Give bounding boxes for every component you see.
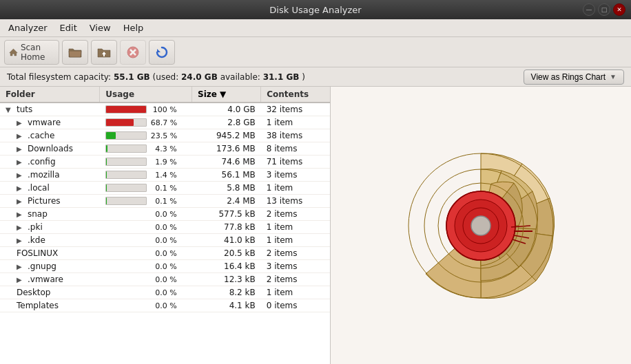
table-row[interactable]: ▶.pki0.0 %77.8 kB1 item [0,221,330,234]
usage-percent: 0.0 % [151,249,177,258]
usage-cell: 0.0 % [100,273,192,286]
folder-up-button[interactable] [91,40,117,65]
table-row[interactable]: ▶.local0.1 %5.8 MB1 item [0,182,330,195]
expand-arrow-icon[interactable]: ▶ [17,171,25,179]
table-row[interactable]: ▶vmware68.7 %2.8 GB1 item [0,116,330,129]
refresh-button[interactable] [149,40,175,65]
contents-cell: 2 items [261,273,330,286]
usage-cell: 68.7 % [100,116,192,129]
column-usage[interactable]: Usage [100,87,192,103]
usage-bar-fill [106,184,107,191]
used-label: (used: [153,72,179,82]
main-content: Folder Usage Size ▼ Contents ▼tuts100 %4… [0,87,631,364]
scan-home-button[interactable]: Scan Home [4,40,59,65]
size-cell: 8.2 kB [192,286,260,299]
expand-arrow-icon[interactable]: ▶ [17,184,25,192]
table-row[interactable]: ▶.cache23.5 %945.2 MB38 items [0,129,330,142]
window-title: Disk Usage Analyzer [269,5,361,15]
usage-bar-fill [106,106,146,113]
expand-arrow-icon[interactable]: ▼ [6,106,14,114]
folder-cell: Templates [0,299,100,312]
menu-help[interactable]: Help [118,21,149,34]
expand-arrow-icon[interactable]: ▶ [17,263,25,270]
table-row[interactable]: ▶.mozilla1.4 %56.1 MB3 items [0,169,330,182]
expand-arrow-icon[interactable]: ▶ [17,276,25,283]
menu-analyzer[interactable]: Analyzer [3,21,53,34]
usage-percent: 0.1 % [151,197,177,206]
size-cell: 4.1 kB [192,299,260,312]
usage-percent: 68.7 % [151,118,177,127]
minimize-button[interactable]: — [583,3,595,16]
folder-cell: ▶.gnupg [0,260,100,273]
table-row[interactable]: ▶.config1.9 %74.6 MB71 items [0,156,330,169]
folder-cell: ▶.local [0,182,100,195]
table-row[interactable]: Templates0.0 %4.1 kB0 items [0,299,330,312]
table-row[interactable]: FOSLINUX0.0 %20.5 kB2 items [0,247,330,260]
expand-arrow-icon[interactable]: ▶ [17,224,25,231]
folder-cell: ▶Downloads [0,142,100,156]
expand-arrow-icon[interactable]: ▶ [17,237,25,244]
table-row[interactable]: Desktop0.0 %8.2 kB1 item [0,286,330,299]
statusbar: Total filesystem capacity: 55.1 GB (used… [0,67,631,87]
usage-cell: 1.4 % [100,169,192,182]
folder-name-label: .config [28,157,56,167]
folder-up-icon [97,46,111,58]
table-row[interactable]: ▶.vmware0.0 %12.3 kB2 items [0,273,330,286]
contents-cell: 1 item [261,116,330,129]
folder-name-label: Desktop [17,288,51,297]
dropdown-arrow-icon: ▼ [610,73,617,81]
available-label: available: [220,72,260,82]
expand-arrow-icon[interactable]: ▶ [17,119,25,127]
expand-arrow-icon[interactable]: ▶ [17,145,25,153]
usage-cell: 0.0 % [100,221,192,234]
contents-cell: 2 items [261,208,330,221]
contents-cell: 8 items [261,142,330,156]
folder-cell: ▶.pki [0,221,100,234]
usage-bar-bg [105,144,147,153]
svg-marker-0 [10,48,17,55]
table-row[interactable]: ▼tuts100 %4.0 GB32 items [0,103,330,116]
folder-name-label: Pictures [28,196,61,206]
usage-bar-bg [105,197,147,205]
folder-cell: ▶.vmware [0,273,100,286]
view-rings-button[interactable]: View as Rings Chart ▼ [524,69,624,85]
contents-cell: 13 items [261,195,330,208]
table-row[interactable]: ▶.kde0.0 %41.0 kB1 item [0,234,330,247]
expand-arrow-icon[interactable]: ▶ [17,132,25,140]
size-cell: 5.8 MB [192,182,260,195]
menu-edit[interactable]: Edit [54,21,83,34]
usage-bar-fill [106,158,107,165]
maximize-button[interactable]: □ [598,3,610,16]
folder-name-label: .gnupg [28,261,56,271]
window-controls[interactable]: — □ ✕ [583,3,625,16]
usage-percent: 0.1 % [151,184,177,193]
expand-arrow-icon[interactable]: ▶ [17,197,25,205]
table-row[interactable]: ▶.gnupg0.0 %16.4 kB3 items [0,260,330,273]
expand-arrow-icon[interactable]: ▶ [17,158,25,166]
table-row[interactable]: ▶Pictures0.1 %2.4 MB13 items [0,195,330,208]
usage-cell: 0.0 % [100,299,192,312]
expand-arrow-icon[interactable]: ▶ [17,211,25,218]
menu-view[interactable]: View [84,21,116,34]
usage-percent: 0.0 % [151,210,177,219]
available-value: 31.1 GB [263,72,300,82]
folder-cell: ▶.kde [0,234,100,247]
table-header: Folder Usage Size ▼ Contents [0,87,330,103]
close-button[interactable]: ✕ [613,3,625,16]
size-cell: 77.8 kB [192,221,260,234]
table-row[interactable]: ▶snap0.0 %577.5 kB2 items [0,208,330,221]
column-contents[interactable]: Contents [261,87,330,103]
chart-panel [331,87,631,364]
open-folder-button[interactable] [62,40,88,65]
column-folder[interactable]: Folder [0,87,100,103]
stop-button[interactable] [120,40,146,65]
usage-percent: 100 % [151,105,177,114]
usage-bar-bg [105,105,147,114]
table-row[interactable]: ▶Downloads4.3 %173.6 MB8 items [0,142,330,156]
usage-percent: 0.0 % [151,288,177,297]
column-size[interactable]: Size ▼ [192,87,260,103]
folder-cell: ▶snap [0,208,100,221]
capacity-info: Total filesystem capacity: 55.1 GB (used… [7,72,305,82]
file-table: Folder Usage Size ▼ Contents ▼tuts100 %4… [0,87,330,312]
menubar: Analyzer Edit View Help [0,19,631,37]
